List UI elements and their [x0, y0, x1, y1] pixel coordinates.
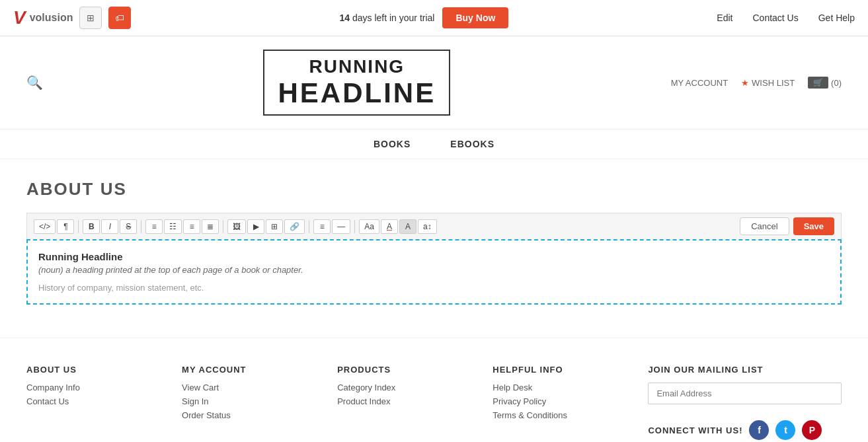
store-logo-title: RUNNING	[278, 56, 436, 77]
toolbar-save-area: Cancel Save	[740, 217, 834, 235]
text-align-btn[interactable]: ≡	[313, 219, 331, 234]
logo-text: volusion	[30, 12, 73, 24]
volusion-logo: V volusion	[13, 7, 73, 28]
toolbar-separator-3	[223, 220, 223, 233]
footer-account-title: MY ACCOUNT	[182, 365, 311, 375]
bg-color-btn[interactable]: A	[399, 219, 416, 234]
footer-col-about: ABOUT US Company Info Contact Us	[26, 365, 155, 440]
admin-bar-right: Edit Contact Us Get Help	[717, 13, 855, 23]
social-section: CONNECT WITH US! f t P	[648, 420, 842, 440]
paragraph-btn[interactable]: ¶	[57, 219, 74, 234]
footer-privacy-policy[interactable]: Privacy Policy	[493, 396, 621, 406]
star-icon: ★	[741, 78, 749, 88]
facebook-icon[interactable]: f	[749, 420, 769, 440]
nav-books[interactable]: BOOKS	[374, 139, 411, 149]
page-title: ABOUT US	[26, 179, 842, 200]
font-color-btn[interactable]: A	[381, 219, 398, 234]
twitter-icon[interactable]: t	[775, 420, 795, 440]
footer-terms[interactable]: Terms & Conditions	[493, 410, 621, 420]
cart-link[interactable]: 🛒 (0)	[808, 77, 842, 89]
trial-text: 14 days left in your trial	[339, 13, 434, 23]
editor-heading: Running Headline	[38, 251, 830, 262]
footer-col-mailing: JOIN OUR MAILING LIST CONNECT WITH US! f…	[648, 365, 842, 440]
toolbar-separator-5	[354, 220, 355, 233]
footer-help-desk[interactable]: Help Desk	[493, 383, 621, 392]
unordered-list-btn[interactable]: ≡	[145, 219, 163, 234]
store-logo: RUNNING HEADLINE	[263, 50, 450, 116]
edit-link[interactable]: Edit	[717, 13, 732, 23]
search-button[interactable]: 🔍	[26, 75, 43, 91]
get-help-link[interactable]: Get Help	[818, 13, 855, 23]
editor-definition: (noun) a heading printed at the top of e…	[38, 265, 830, 275]
footer-contact-us[interactable]: Contact Us	[26, 396, 155, 406]
footer-about-title: ABOUT US	[26, 365, 155, 375]
font-size-btn[interactable]: Aa	[359, 219, 379, 234]
logo-v-icon: V	[13, 7, 26, 28]
link-btn[interactable]: 🔗	[284, 219, 305, 234]
connect-label: CONNECT WITH US!	[648, 425, 742, 435]
store-nav: BOOKS EBOOKS	[0, 129, 868, 159]
footer-order-status[interactable]: Order Status	[182, 410, 311, 420]
footer-category-index[interactable]: Category Index	[337, 383, 466, 392]
wish-list-link[interactable]: ★ WISH LIST	[741, 78, 795, 88]
save-button[interactable]: Save	[793, 217, 834, 235]
image-btn[interactable]: 🖼	[227, 219, 246, 234]
editor-toolbar: </> ¶ B I S ≡ ☷ ≡ ≣ 🖼 ▶ ⊞ 🔗 ≡ — Aa A A a…	[26, 213, 842, 239]
html-btn[interactable]: </>	[34, 219, 56, 234]
main-content: ABOUT US </> ¶ B I S ≡ ☷ ≡ ≣ 🖼 ▶ ⊞ 🔗 ≡ —…	[0, 159, 868, 324]
footer-col-products: PRODUCTS Category Index Product Index	[337, 365, 466, 440]
bold-btn[interactable]: B	[83, 219, 100, 234]
toolbar-separator-1	[78, 220, 79, 233]
hr-btn[interactable]: —	[332, 219, 350, 234]
toolbar-separator-4	[309, 220, 309, 233]
email-input[interactable]	[648, 383, 842, 404]
footer-col-helpful: HELPFUL INFO Help Desk Privacy Policy Te…	[493, 365, 621, 440]
footer-mailing-title: JOIN OUR MAILING LIST	[648, 365, 842, 375]
table-btn[interactable]: ⊞	[266, 219, 283, 234]
store-header: 🔍 RUNNING HEADLINE MY ACCOUNT ★ WISH LIS…	[0, 36, 868, 129]
editor-placeholder: History of company, mission statement, e…	[38, 283, 830, 293]
ordered-list-btn[interactable]: ☷	[164, 219, 182, 234]
nav-ebooks[interactable]: EBOOKS	[450, 139, 494, 149]
footer-product-index[interactable]: Product Index	[337, 396, 466, 406]
footer-view-cart[interactable]: View Cart	[182, 383, 311, 392]
store-logo-subtitle: HEADLINE	[278, 77, 436, 109]
align-center-btn[interactable]: ≣	[202, 219, 219, 234]
toolbar-separator-2	[141, 220, 141, 233]
footer-columns: ABOUT US Company Info Contact Us MY ACCO…	[26, 365, 842, 440]
contact-us-link[interactable]: Contact Us	[752, 13, 798, 23]
cart-icon: 🛒	[808, 77, 828, 89]
pinterest-icon[interactable]: P	[802, 420, 822, 440]
footer-col-account: MY ACCOUNT View Cart Sign In Order Statu…	[182, 365, 311, 440]
grid-view-btn[interactable]: ⊞	[79, 7, 102, 29]
align-left-btn[interactable]: ≡	[183, 219, 200, 234]
admin-bar-left: V volusion ⊞ 🏷	[13, 7, 131, 29]
buy-now-button[interactable]: Buy Now	[442, 7, 508, 28]
admin-bar-center: 14 days left in your trial Buy Now	[339, 7, 508, 28]
admin-bar: V volusion ⊞ 🏷 14 days left in your tria…	[0, 0, 868, 36]
footer-helpful-title: HELPFUL INFO	[493, 365, 621, 375]
store-footer: ABOUT US Company Info Contact Us MY ACCO…	[0, 338, 868, 442]
font-family-btn[interactable]: a↕	[418, 219, 437, 234]
footer-company-info[interactable]: Company Info	[26, 383, 155, 392]
strikethrough-btn[interactable]: S	[120, 219, 137, 234]
footer-sign-in[interactable]: Sign In	[182, 396, 311, 406]
tag-btn[interactable]: 🏷	[108, 7, 131, 29]
footer-products-title: PRODUCTS	[337, 365, 466, 375]
editor-area[interactable]: Running Headline (noun) a heading printe…	[26, 239, 842, 305]
store-header-left: 🔍	[26, 75, 43, 91]
cancel-button[interactable]: Cancel	[740, 217, 789, 235]
italic-btn[interactable]: I	[101, 219, 118, 234]
store-header-right: MY ACCOUNT ★ WISH LIST 🛒 (0)	[671, 77, 842, 89]
my-account-link[interactable]: MY ACCOUNT	[671, 78, 728, 88]
video-btn[interactable]: ▶	[247, 219, 264, 234]
